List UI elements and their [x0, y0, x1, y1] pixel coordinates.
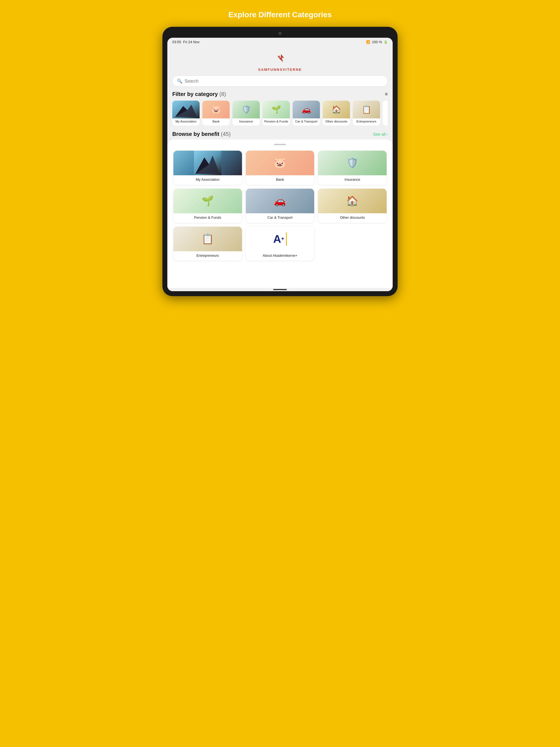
- category-card-bank[interactable]: 🐷Bank: [202, 101, 230, 126]
- grid-card-label: Pension & Funds: [192, 213, 223, 223]
- grid-card-label: About Akademikerne+: [260, 251, 300, 261]
- category-card-label: Insurance: [232, 119, 260, 126]
- battery-icon: 🔋: [384, 40, 388, 44]
- grid-card-insurance[interactable]: 🛡️Insurance: [318, 151, 387, 185]
- status-bar: 03:55 Fri 24 Nov 📶 100 % 🔋: [167, 38, 393, 46]
- category-card-label: Bank: [202, 119, 230, 126]
- browse-section-header: Browse by benefit (45) See all ›: [172, 128, 388, 139]
- camera: [278, 32, 282, 35]
- wifi-icon: 📶: [366, 40, 370, 44]
- home-indicator: [273, 289, 287, 290]
- filter-icon[interactable]: ≡: [385, 91, 388, 97]
- screen: 03:55 Fri 24 Nov 📶 100 % 🔋 SAMFUNNSVITER…: [167, 38, 393, 291]
- category-card-insurance[interactable]: 🛡️Insurance: [232, 101, 260, 126]
- sheet-handle: [274, 144, 286, 145]
- category-card-label: Ak...: [383, 119, 388, 126]
- grid-card-other-discounts[interactable]: 🏠Other discounts: [318, 189, 387, 223]
- category-card-about-akademikerne[interactable]: A+Ak...: [383, 101, 388, 126]
- grid-card-bank[interactable]: 🐷Bank: [246, 151, 314, 185]
- brand-name: SAMFUNNSVITERNE: [258, 68, 302, 72]
- bottom-sheet: My Association🐷Bank🛡️Insurance🌱Pension &…: [167, 139, 393, 288]
- browse-count: (45): [221, 131, 231, 137]
- page-title: Explore Different Categories: [223, 0, 337, 27]
- filter-count: (8): [219, 91, 226, 97]
- grid-card-about-akademikerne[interactable]: A+About Akademikerne+: [246, 227, 314, 261]
- logo-area: SAMFUNNSVITERNE: [172, 49, 388, 75]
- category-card-label: Other discounts: [323, 119, 350, 126]
- tablet-frame: 03:55 Fri 24 Nov 📶 100 % 🔋 SAMFUNNSVITER…: [162, 27, 398, 296]
- search-icon: 🔍: [177, 78, 182, 84]
- category-card-label: Car & Transport: [292, 119, 320, 126]
- app-content: SAMFUNNSVITERNE 🔍 Filter by category (8)…: [167, 46, 393, 139]
- grid-card-car-transport[interactable]: 🚗Car & Transport: [246, 189, 314, 223]
- grid-card-label: Bank: [274, 175, 286, 185]
- see-all-button[interactable]: See all ›: [373, 132, 388, 136]
- category-card-label: My Association: [172, 119, 200, 126]
- category-card-pension-funds[interactable]: 🌱Pension & Funds: [262, 101, 290, 126]
- logo-bird: [272, 53, 288, 67]
- category-card-my-association[interactable]: My Association: [172, 101, 200, 126]
- browse-title: Browse by benefit (45): [172, 131, 230, 137]
- grid-card-entrepreneurs[interactable]: 📋Entrepreneurs: [173, 227, 242, 261]
- grid-card-label: Insurance: [342, 175, 362, 185]
- grid-card-label: Car & Transport: [265, 213, 295, 223]
- categories-scroll: My Association🐷Bank🛡️Insurance🌱Pension &…: [172, 101, 388, 128]
- category-card-label: Entrepreneurs: [353, 119, 380, 126]
- category-card-label: Pension & Funds: [262, 119, 290, 126]
- filter-title: Filter by category (8): [172, 91, 226, 97]
- category-card-entrepreneurs[interactable]: 📋Entrepreneurs: [353, 101, 380, 126]
- search-bar[interactable]: 🔍: [172, 75, 388, 87]
- filter-header: Filter by category (8) ≡: [172, 91, 388, 97]
- grid-card-label: Other discounts: [338, 213, 367, 223]
- grid-card-label: My Association: [194, 175, 222, 185]
- grid-container: My Association🐷Bank🛡️Insurance🌱Pension &…: [173, 151, 387, 261]
- battery-percent: 100 %: [372, 40, 382, 44]
- grid-card-pension-funds[interactable]: 🌱Pension & Funds: [173, 189, 242, 223]
- category-card-car-transport[interactable]: 🚗Car & Transport: [292, 101, 320, 126]
- grid-card-label: Entrepreneurs: [194, 251, 221, 261]
- bottom-nav-bar: [167, 288, 393, 291]
- status-time: 03:55 Fri 24 Nov: [172, 40, 200, 44]
- search-input[interactable]: [184, 79, 383, 84]
- category-card-other-discounts[interactable]: 🏠Other discounts: [323, 101, 350, 126]
- status-right: 📶 100 % 🔋: [366, 40, 388, 44]
- grid-card-my-association[interactable]: My Association: [173, 151, 242, 185]
- filter-section: Filter by category (8) ≡ My Association🐷…: [172, 91, 388, 128]
